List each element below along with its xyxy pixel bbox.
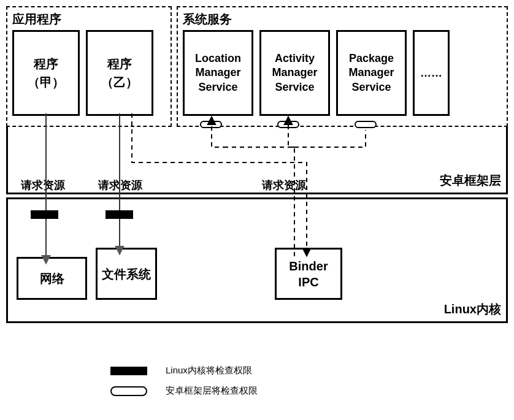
applications-group: 应用程序 程序 （甲） 程序 （乙） xyxy=(6,6,172,127)
svc-loc-1: Location xyxy=(195,52,241,66)
linux-kernel-layer: 网络 文件 系统 Binder IPC Linux内核 xyxy=(6,197,508,323)
more-services-label: …… xyxy=(420,67,442,80)
binder-ipc-box: Binder IPC xyxy=(275,248,342,300)
kernel-layer-label: Linux内核 xyxy=(444,301,501,318)
svc-act-3: Service xyxy=(275,80,314,94)
svc-pkg-1: Package xyxy=(349,52,394,66)
app-a-line2: （甲） xyxy=(28,73,64,91)
android-framework-layer: 安卓框架层 xyxy=(6,127,508,194)
network-label: 网络 xyxy=(40,270,64,287)
legend-oval-label: 安卓框架层将检查权限 xyxy=(166,385,258,397)
legend-row-oval: 安卓框架层将检查权限 xyxy=(110,385,258,397)
legend-row-solid: Linux内核将检查权限 xyxy=(110,365,258,376)
app-b-line2: （乙） xyxy=(101,73,138,91)
filesystem-box: 文件 系统 xyxy=(96,248,157,300)
app-b-line1: 程序 xyxy=(107,55,132,73)
binder-label-1: Binder xyxy=(289,258,328,274)
activity-manager-service-box: Activity Manager Service xyxy=(259,30,330,116)
legend-solid-bar-icon xyxy=(110,367,147,375)
fs-label-2: 系统 xyxy=(126,266,151,282)
location-manager-service-box: Location Manager Service xyxy=(183,30,253,116)
applications-title: 应用程序 xyxy=(12,11,166,28)
svc-act-2: Manager xyxy=(272,66,317,80)
request-label-3: 请求资源 xyxy=(262,178,306,193)
framework-check-oval-activity xyxy=(277,121,299,128)
more-services-box: …… xyxy=(413,30,450,116)
system-services-title: 系统服务 xyxy=(183,11,502,28)
request-label-1: 请求资源 xyxy=(21,178,65,193)
app-a-box: 程序 （甲） xyxy=(12,30,80,116)
legend-solid-label: Linux内核将检查权限 xyxy=(166,365,252,376)
system-services-group: 系统服务 Location Manager Service Activity M… xyxy=(177,6,508,127)
framework-check-oval-package xyxy=(355,121,377,128)
package-manager-service-box: Package Manager Service xyxy=(336,30,407,116)
svc-loc-3: Service xyxy=(198,80,237,94)
network-box: 网络 xyxy=(17,257,87,300)
request-label-2: 请求资源 xyxy=(98,178,142,193)
app-a-line1: 程序 xyxy=(34,55,58,73)
fs-label-1: 文件 xyxy=(102,266,126,282)
framework-layer-label: 安卓框架层 xyxy=(440,172,501,189)
legend: Linux内核将检查权限 安卓框架层将检查权限 xyxy=(110,365,258,405)
svc-pkg-3: Service xyxy=(351,80,391,94)
binder-label-2: IPC xyxy=(298,274,318,290)
framework-check-oval-location xyxy=(200,121,222,128)
svc-pkg-2: Manager xyxy=(348,66,394,80)
app-b-box: 程序 （乙） xyxy=(86,30,153,116)
svc-act-1: Activity xyxy=(275,52,315,66)
svc-loc-2: Manager xyxy=(195,66,240,80)
legend-hollow-oval-icon xyxy=(110,386,147,396)
